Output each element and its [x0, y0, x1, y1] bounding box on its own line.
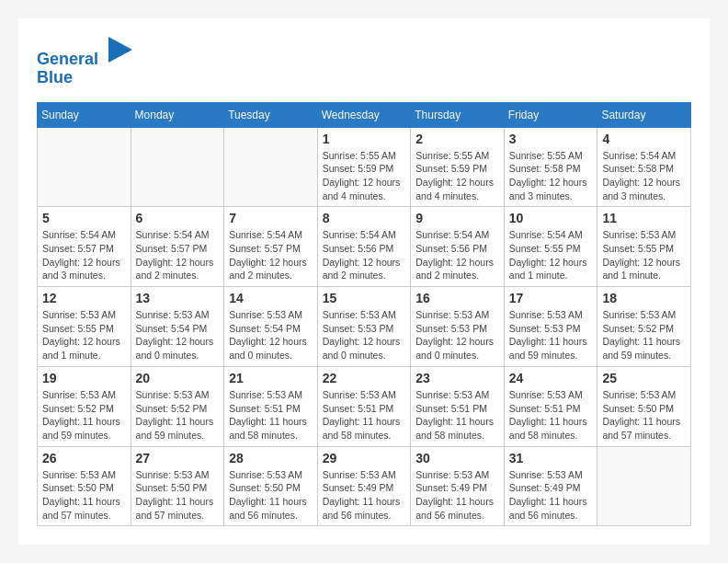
day-info: Sunrise: 5:55 AM Sunset: 5:59 PM Dayligh…	[415, 149, 499, 203]
day-number: 13	[136, 291, 220, 305]
day-info: Sunrise: 5:54 AM Sunset: 5:55 PM Dayligh…	[509, 228, 593, 282]
calendar-cell: 11Sunrise: 5:53 AM Sunset: 5:55 PM Dayli…	[597, 207, 691, 287]
logo-icon	[107, 37, 134, 64]
calendar-cell	[597, 446, 691, 526]
day-info: Sunrise: 5:53 AM Sunset: 5:54 PM Dayligh…	[229, 308, 313, 362]
calendar-cell: 5Sunrise: 5:54 AM Sunset: 5:57 PM Daylig…	[38, 207, 131, 287]
calendar-cell: 7Sunrise: 5:54 AM Sunset: 5:57 PM Daylig…	[224, 207, 318, 287]
day-of-week-header: Monday	[131, 102, 224, 127]
day-number: 3	[509, 132, 593, 146]
day-number: 21	[229, 371, 313, 385]
calendar-week-row: 26Sunrise: 5:53 AM Sunset: 5:50 PM Dayli…	[38, 446, 691, 526]
day-number: 12	[42, 291, 126, 305]
day-number: 5	[42, 211, 126, 225]
calendar-cell: 15Sunrise: 5:53 AM Sunset: 5:53 PM Dayli…	[317, 287, 411, 367]
day-info: Sunrise: 5:53 AM Sunset: 5:52 PM Dayligh…	[136, 388, 220, 442]
day-number: 2	[415, 132, 499, 146]
day-info: Sunrise: 5:54 AM Sunset: 5:58 PM Dayligh…	[602, 149, 686, 203]
day-number: 28	[229, 451, 313, 465]
calendar-cell: 20Sunrise: 5:53 AM Sunset: 5:52 PM Dayli…	[131, 366, 224, 446]
day-number: 26	[42, 451, 126, 465]
day-info: Sunrise: 5:53 AM Sunset: 5:52 PM Dayligh…	[602, 308, 686, 362]
calendar-cell	[38, 127, 131, 207]
day-info: Sunrise: 5:53 AM Sunset: 5:53 PM Dayligh…	[323, 308, 406, 362]
calendar-week-row: 19Sunrise: 5:53 AM Sunset: 5:52 PM Dayli…	[38, 366, 691, 446]
calendar-cell: 21Sunrise: 5:53 AM Sunset: 5:51 PM Dayli…	[224, 366, 318, 446]
day-info: Sunrise: 5:53 AM Sunset: 5:51 PM Dayligh…	[509, 388, 593, 442]
calendar-cell: 9Sunrise: 5:54 AM Sunset: 5:56 PM Daylig…	[411, 207, 505, 287]
calendar-cell: 6Sunrise: 5:54 AM Sunset: 5:57 PM Daylig…	[131, 207, 224, 287]
calendar-cell: 17Sunrise: 5:53 AM Sunset: 5:53 PM Dayli…	[504, 287, 597, 367]
day-number: 10	[509, 211, 593, 225]
calendar-cell: 13Sunrise: 5:53 AM Sunset: 5:54 PM Dayli…	[131, 287, 224, 367]
day-info: Sunrise: 5:53 AM Sunset: 5:50 PM Dayligh…	[602, 388, 686, 442]
calendar-cell: 19Sunrise: 5:53 AM Sunset: 5:52 PM Dayli…	[38, 366, 131, 446]
calendar-cell: 4Sunrise: 5:54 AM Sunset: 5:58 PM Daylig…	[597, 127, 691, 207]
calendar-week-row: 1Sunrise: 5:55 AM Sunset: 5:59 PM Daylig…	[38, 127, 691, 207]
day-number: 27	[136, 451, 220, 465]
calendar-table: SundayMondayTuesdayWednesdayThursdayFrid…	[37, 102, 691, 527]
calendar-cell: 22Sunrise: 5:53 AM Sunset: 5:51 PM Dayli…	[317, 366, 411, 446]
day-info: Sunrise: 5:54 AM Sunset: 5:56 PM Dayligh…	[323, 228, 406, 282]
day-info: Sunrise: 5:53 AM Sunset: 5:55 PM Dayligh…	[42, 308, 126, 362]
day-number: 22	[323, 371, 406, 385]
day-info: Sunrise: 5:53 AM Sunset: 5:52 PM Dayligh…	[42, 388, 126, 442]
day-of-week-header: Friday	[504, 102, 597, 127]
calendar-cell: 8Sunrise: 5:54 AM Sunset: 5:56 PM Daylig…	[317, 207, 411, 287]
day-info: Sunrise: 5:54 AM Sunset: 5:57 PM Dayligh…	[42, 228, 126, 282]
day-number: 15	[323, 291, 406, 305]
day-info: Sunrise: 5:53 AM Sunset: 5:50 PM Dayligh…	[42, 468, 126, 523]
day-number: 8	[323, 211, 406, 225]
calendar-cell: 23Sunrise: 5:53 AM Sunset: 5:51 PM Dayli…	[411, 366, 505, 446]
day-of-week-header: Wednesday	[317, 102, 411, 127]
day-of-week-header: Saturday	[597, 102, 691, 127]
calendar-cell: 18Sunrise: 5:53 AM Sunset: 5:52 PM Dayli…	[597, 287, 691, 367]
day-info: Sunrise: 5:53 AM Sunset: 5:51 PM Dayligh…	[415, 388, 499, 442]
day-of-week-header: Sunday	[38, 102, 131, 127]
calendar-cell: 26Sunrise: 5:53 AM Sunset: 5:50 PM Dayli…	[38, 446, 131, 526]
day-info: Sunrise: 5:54 AM Sunset: 5:57 PM Dayligh…	[229, 228, 313, 282]
calendar-cell: 1Sunrise: 5:55 AM Sunset: 5:59 PM Daylig…	[317, 127, 411, 207]
day-info: Sunrise: 5:53 AM Sunset: 5:50 PM Dayligh…	[229, 468, 313, 523]
day-number: 30	[415, 451, 499, 465]
day-info: Sunrise: 5:53 AM Sunset: 5:53 PM Dayligh…	[415, 308, 499, 362]
day-info: Sunrise: 5:53 AM Sunset: 5:49 PM Dayligh…	[323, 468, 406, 523]
day-info: Sunrise: 5:53 AM Sunset: 5:54 PM Dayligh…	[136, 308, 220, 362]
day-number: 19	[42, 371, 126, 385]
calendar-cell: 2Sunrise: 5:55 AM Sunset: 5:59 PM Daylig…	[411, 127, 505, 207]
day-number: 20	[136, 371, 220, 385]
day-number: 16	[415, 291, 499, 305]
calendar-cell: 28Sunrise: 5:53 AM Sunset: 5:50 PM Dayli…	[224, 446, 318, 526]
calendar-week-row: 5Sunrise: 5:54 AM Sunset: 5:57 PM Daylig…	[38, 207, 691, 287]
day-info: Sunrise: 5:53 AM Sunset: 5:55 PM Dayligh…	[602, 228, 686, 282]
day-number: 17	[509, 291, 593, 305]
calendar-cell: 16Sunrise: 5:53 AM Sunset: 5:53 PM Dayli…	[411, 287, 505, 367]
day-number: 9	[415, 211, 499, 225]
calendar-cell: 14Sunrise: 5:53 AM Sunset: 5:54 PM Dayli…	[224, 287, 318, 367]
calendar-cell: 24Sunrise: 5:53 AM Sunset: 5:51 PM Dayli…	[504, 366, 597, 446]
day-number: 4	[602, 132, 686, 146]
day-number: 11	[602, 211, 686, 225]
day-info: Sunrise: 5:55 AM Sunset: 5:59 PM Dayligh…	[323, 149, 406, 203]
calendar-body: 1Sunrise: 5:55 AM Sunset: 5:59 PM Daylig…	[38, 127, 691, 526]
days-of-week-row: SundayMondayTuesdayWednesdayThursdayFrid…	[38, 102, 691, 127]
day-number: 23	[415, 371, 499, 385]
day-number: 7	[229, 211, 313, 225]
day-info: Sunrise: 5:54 AM Sunset: 5:56 PM Dayligh…	[415, 228, 499, 282]
day-info: Sunrise: 5:53 AM Sunset: 5:51 PM Dayligh…	[323, 388, 406, 442]
day-info: Sunrise: 5:53 AM Sunset: 5:51 PM Dayligh…	[229, 388, 313, 442]
calendar-cell: 10Sunrise: 5:54 AM Sunset: 5:55 PM Dayli…	[504, 207, 597, 287]
day-number: 25	[602, 371, 686, 385]
day-info: Sunrise: 5:53 AM Sunset: 5:53 PM Dayligh…	[509, 308, 593, 362]
calendar-cell: 25Sunrise: 5:53 AM Sunset: 5:50 PM Dayli…	[597, 366, 691, 446]
day-info: Sunrise: 5:53 AM Sunset: 5:49 PM Dayligh…	[415, 468, 499, 523]
day-info: Sunrise: 5:55 AM Sunset: 5:58 PM Dayligh…	[509, 149, 593, 203]
calendar-cell: 3Sunrise: 5:55 AM Sunset: 5:58 PM Daylig…	[504, 127, 597, 207]
calendar-cell: 29Sunrise: 5:53 AM Sunset: 5:49 PM Dayli…	[317, 446, 411, 526]
day-number: 6	[136, 211, 220, 225]
calendar-cell: 12Sunrise: 5:53 AM Sunset: 5:55 PM Dayli…	[38, 287, 131, 367]
calendar-page: General Blue SundayMondayTuesdayWednesda…	[18, 18, 710, 545]
calendar-header: SundayMondayTuesdayWednesdayThursdayFrid…	[38, 102, 691, 127]
day-info: Sunrise: 5:53 AM Sunset: 5:50 PM Dayligh…	[136, 468, 220, 523]
calendar-cell: 30Sunrise: 5:53 AM Sunset: 5:49 PM Dayli…	[411, 446, 505, 526]
